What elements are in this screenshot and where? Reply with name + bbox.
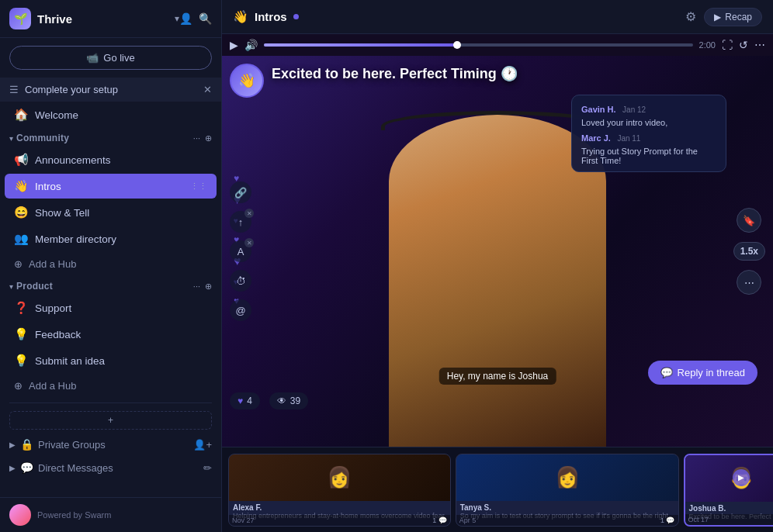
item-actions-active: ⋮⋮ [190,181,207,192]
text-tool-icon[interactable]: A ✕ [230,240,251,262]
go-live-label: Go live [103,52,134,64]
thumbnail-card-3[interactable]: 👨 ▶ Joshua B. Excited to be here. Perfec… [684,454,774,527]
search-icon[interactable]: 🔍 [199,12,212,25]
comment-date: Jan 12 [622,105,646,114]
private-groups-section[interactable]: ▶ 🔒 Private Groups 👤+ [0,433,221,456]
replay-icon[interactable]: ↺ [739,39,748,51]
section-header-icons: ··· ⊕ [193,133,212,143]
lock-icon: 🔒 [20,438,33,451]
thumb-date: Oct 17 [688,516,709,523]
views-count: 39 [290,396,300,406]
sidebar-item-show-tell[interactable]: 😄 Show & Tell ⋮⋮ [5,200,217,225]
views-icon: 👁 [277,396,286,406]
mention-tool-icon[interactable]: @ [230,299,251,321]
go-live-button[interactable]: 📹 Go live [9,46,212,70]
sidebar-item-welcome[interactable]: 🏠 Welcome [5,102,217,127]
thumb-footer: Oct 17 5 💬 [685,514,774,525]
direct-messages-label: Direct Messages [38,462,199,474]
product-add-hub[interactable]: ⊕ Add a Hub [5,375,217,397]
add-icon[interactable]: ⊕ [205,282,212,292]
recap-button[interactable]: ▶ Recap [704,8,762,26]
comment-text: Loved your intro video, [581,118,716,127]
comment-popup-header: Gavin H. Jan 12 [581,102,716,116]
more-options-icon[interactable]: ⋯ [737,270,761,295]
close-badge: ✕ [244,238,254,247]
playback-speed[interactable]: 1.5x [733,242,765,261]
settings-icon[interactable]: ⚙ [685,9,696,24]
topbar: 👋 Intros ⚙ ▶ Recap [222,0,773,34]
drag-icon[interactable]: ⋮⋮ [190,356,207,366]
link-tool-icon[interactable]: 🔗 [230,181,251,203]
thumb-name: Tanya S. [460,503,674,512]
video-time: 2:00 [699,40,716,50]
drag-icon[interactable]: ⋮⋮ [190,181,207,192]
views-stat[interactable]: 👁 39 [269,392,308,409]
channel-title: Intros [255,10,287,23]
plus-circle-icon: ⊕ [14,258,23,270]
plus-circle-icon: ⊕ [14,380,23,392]
sidebar-item-support[interactable]: ❓ Support ⋮⋮ [5,295,217,320]
hearts-stat[interactable]: ♥ 4 [230,392,260,409]
thumb-comments: 1 💬 [432,516,447,524]
member-directory-label: Member directory [35,233,184,245]
setup-bar[interactable]: ☰ Complete your setup ✕ [0,78,221,102]
timer-tool-icon[interactable]: ⏱ [230,270,251,292]
section-header-product[interactable]: ▾ Product ··· ⊕ [0,276,221,295]
new-channel-button[interactable]: + [9,411,212,430]
close-icon[interactable]: ✕ [203,84,212,95]
subtitle-overlay: Hey, my name is Joshua [439,368,556,385]
volume-icon[interactable]: 🔊 [244,39,258,51]
play-icon: ▶ [714,12,721,22]
chevron-right-icon: ▶ [9,440,16,449]
compose-icon[interactable]: ✏ [203,462,212,474]
sidebar-item-feedback[interactable]: 💡 Feedback ⋮⋮ [5,322,217,347]
sidebar-item-announcements[interactable]: 📢 Announcements ⋮⋮ [5,147,217,172]
reply-icon: 💬 [660,367,673,378]
play-pause-icon[interactable]: ▶ [230,39,238,51]
stats-bar: ♥ 4 👁 39 [230,392,308,409]
section-header-community[interactable]: ▾ Community ··· ⊕ [0,128,221,147]
commenter-name2: Marc J. [581,133,611,143]
progress-track[interactable] [264,43,693,47]
people-icon[interactable]: 👤 [179,12,192,25]
app-logo: 🌱 [9,8,31,29]
progress-bar-area: ▶ 🔊 2:00 ⛶ ↺ ⋯ [222,34,773,56]
intros-label: Intros [35,181,184,192]
sidebar-item-submit-idea[interactable]: 💡 Submit an idea ⋮⋮ [5,348,217,373]
thumb-date: Apr 5 [459,516,477,524]
sidebar-item-intros[interactable]: 👋 Intros ⋮⋮ [5,174,217,199]
sidebar-header: 🌱 Thrive ▾ 👤 🔍 [0,0,221,38]
comment-text2: Trying out Story Prompt for the First Ti… [581,147,716,165]
welcome-icon: 🏠 [14,108,29,122]
drag-icon[interactable]: ⋮⋮ [190,208,207,218]
thumbnail-card-2[interactable]: 👩 Tanya S. So my aim is to test out stor… [456,454,679,527]
user-avatar[interactable] [9,504,31,526]
video-right-panel: 🔖 1.5x ⋯ [733,208,765,295]
drag-icon[interactable]: ⋮⋮ [190,303,207,313]
product-section-label: Product [16,281,193,292]
bookmark-icon[interactable]: 🔖 [737,208,761,233]
drag-icon[interactable]: ⋮⋮ [190,330,207,340]
announcements-label: Announcements [35,154,184,166]
thumbnail-card-1[interactable]: 👩 Alexa F. Helping entrepreneurs and sta… [228,454,451,527]
support-icon: ❓ [14,301,29,315]
more-options-icon[interactable]: ⋯ [754,39,765,51]
drag-icon[interactable]: ⋮⋮ [190,155,207,165]
progress-thumb[interactable] [453,41,461,49]
sidebar-item-member-directory[interactable]: 👥 Member directory ⋮⋮ [5,226,217,251]
add-person-icon[interactable]: 👤+ [193,439,212,451]
upload-tool-icon[interactable]: ↑ ✕ [230,211,251,233]
more-icon[interactable]: ··· [193,282,200,292]
reply-in-thread-button[interactable]: 💬 Reply in thread [648,361,757,385]
add-hub-label: Add a Hub [29,380,76,392]
video-background: ♥ ♥ ♥ ♥ ♥ ♥ ♥ 👋 [222,56,773,447]
community-add-hub[interactable]: ⊕ Add a Hub [5,253,217,275]
more-icon[interactable]: ··· [193,133,200,143]
drag-icon[interactable]: ⋮⋮ [190,234,207,244]
add-icon[interactable]: ⊕ [205,133,212,143]
comment-popup: Gavin H. Jan 12 Loved your intro video, … [571,95,726,172]
direct-messages-section[interactable]: ▶ 💬 Direct Messages ✏ [0,456,221,479]
add-hub-label: Add a Hub [29,258,76,270]
fullscreen-icon[interactable]: ⛶ [722,39,733,51]
sidebar: 🌱 Thrive ▾ 👤 🔍 📹 Go live ☰ Complete your… [0,0,222,532]
